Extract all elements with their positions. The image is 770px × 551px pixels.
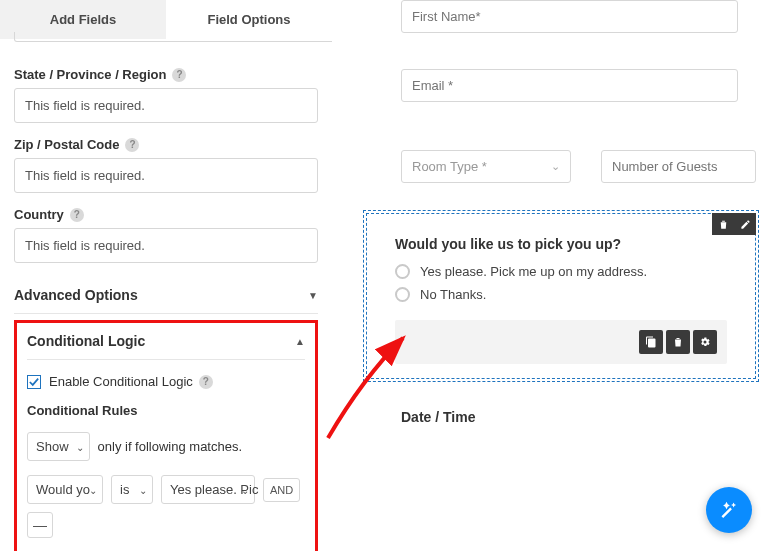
edit-field-button[interactable]: [734, 213, 756, 235]
enable-conditional-label: Enable Conditional Logic: [49, 374, 193, 389]
trash-icon[interactable]: [666, 330, 690, 354]
email-field[interactable]: [401, 69, 738, 102]
question-label: Would you like us to pick you up?: [395, 236, 727, 252]
selected-field-container[interactable]: Would you like us to pick you up? Yes pl…: [366, 213, 756, 379]
and-button[interactable]: AND: [263, 478, 300, 502]
help-icon[interactable]: ?: [199, 375, 213, 389]
delete-field-button[interactable]: [712, 213, 734, 235]
rule-field-value: Would yo: [36, 482, 90, 497]
help-icon[interactable]: ?: [172, 68, 186, 82]
help-icon[interactable]: ?: [70, 208, 84, 222]
radio-option-1[interactable]: [395, 264, 410, 279]
zip-label: Zip / Postal Code: [14, 137, 119, 152]
conditional-rules-label: Conditional Rules: [27, 403, 305, 418]
advanced-options-label: Advanced Options: [14, 287, 138, 303]
show-value: Show: [36, 439, 69, 454]
rule-value-select[interactable]: Yes please. Pic ⌄: [161, 475, 255, 504]
field-toolbar: [395, 320, 727, 364]
room-type-select[interactable]: Room Type * ⌄: [401, 150, 571, 183]
wand-icon: [719, 500, 739, 520]
gear-icon[interactable]: [693, 330, 717, 354]
conditional-logic-highlight: Conditional Logic ▲ Enable Conditional L…: [14, 320, 318, 551]
show-select[interactable]: Show ⌄: [27, 432, 90, 461]
zip-input[interactable]: [14, 158, 318, 193]
chevron-up-icon: ▲: [295, 336, 305, 347]
country-label: Country: [14, 207, 64, 222]
chevron-down-icon: ⌄: [89, 484, 97, 495]
radio-label-2: No Thanks.: [420, 287, 486, 302]
guests-field[interactable]: [601, 150, 756, 183]
help-icon[interactable]: ?: [125, 138, 139, 152]
enable-conditional-checkbox[interactable]: [27, 375, 41, 389]
rule-op-value: is: [120, 482, 129, 497]
room-type-placeholder: Room Type *: [412, 159, 487, 174]
conditional-logic-header[interactable]: Conditional Logic ▲: [27, 323, 305, 360]
chevron-down-icon: ⌄: [241, 484, 249, 495]
advanced-options-header[interactable]: Advanced Options ▼: [14, 277, 318, 314]
chevron-down-icon: ⌄: [551, 160, 560, 173]
truncated-field: [14, 32, 332, 42]
radio-option-2[interactable]: [395, 287, 410, 302]
chevron-down-icon: ⌄: [139, 484, 147, 495]
state-input[interactable]: [14, 88, 318, 123]
chevron-down-icon: ▼: [308, 290, 318, 301]
chevron-down-icon: ⌄: [76, 441, 84, 452]
first-name-field[interactable]: [401, 0, 738, 33]
country-input[interactable]: [14, 228, 318, 263]
state-label: State / Province / Region: [14, 67, 166, 82]
only-if-text: only if following matches.: [98, 439, 243, 454]
rule-op-select[interactable]: is ⌄: [111, 475, 153, 504]
radio-label-1: Yes please. Pick me up on my address.: [420, 264, 647, 279]
date-time-label: Date / Time: [401, 409, 756, 425]
fab-button[interactable]: [706, 487, 752, 533]
remove-rule-button[interactable]: —: [27, 512, 53, 538]
copy-icon[interactable]: [639, 330, 663, 354]
conditional-logic-label: Conditional Logic: [27, 333, 145, 349]
rule-field-select[interactable]: Would yo ⌄: [27, 475, 103, 504]
